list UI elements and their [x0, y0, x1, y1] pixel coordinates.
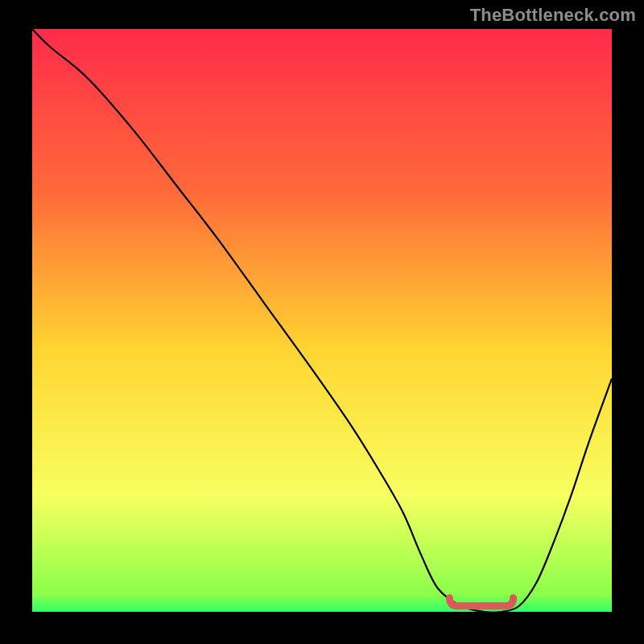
chart-stage: { "watermark": "TheBottleneck.com", "col… [0, 0, 644, 644]
watermark-text: TheBottleneck.com [470, 5, 636, 26]
chart-svg [0, 0, 644, 644]
plot-background [32, 29, 612, 612]
